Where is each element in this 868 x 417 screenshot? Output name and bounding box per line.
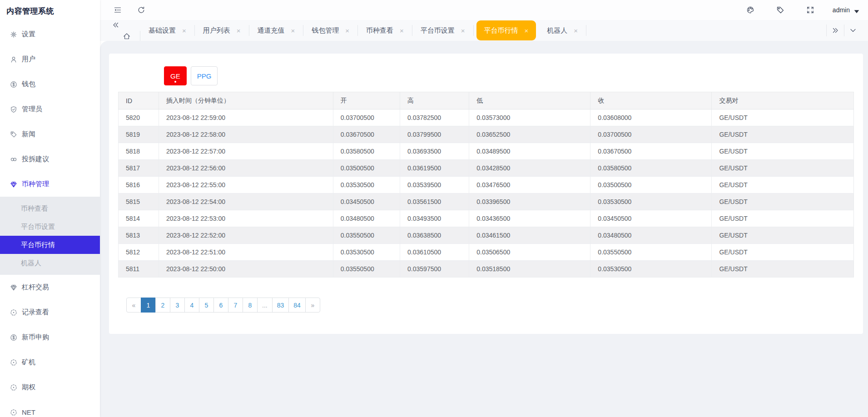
page-button[interactable]: 2 [155, 298, 170, 313]
close-icon[interactable]: × [574, 27, 578, 34]
table-cell: 5814 [119, 210, 159, 227]
table-cell: GE/USDT [712, 261, 854, 278]
sidebar-item[interactable]: 管理员 [0, 97, 100, 122]
sidebar-subitem[interactable]: 平台币行情 [0, 236, 100, 254]
column-header: 低 [469, 92, 590, 109]
fullscreen-button[interactable] [804, 4, 816, 16]
table-cell: 0.03782500 [400, 109, 469, 126]
table-cell: 0.03638500 [400, 227, 469, 244]
page-button[interactable]: 7 [228, 298, 243, 313]
link-icon [10, 156, 17, 163]
table-cell: 0.03652500 [469, 126, 590, 143]
sidebar-subitem[interactable]: 机器人 [0, 254, 100, 272]
table-cell: GE/USDT [712, 194, 854, 210]
coin-button[interactable]: PPG [191, 66, 218, 85]
close-icon[interactable]: × [400, 27, 404, 34]
sidebar-item[interactable]: 钱包 [0, 72, 100, 97]
table-row: 58132023-08-12 22:52:000.035505000.03638… [119, 227, 854, 244]
table-cell: 5813 [119, 227, 159, 244]
table-cell: 5818 [119, 143, 159, 160]
sidebar-submenu: 币种查看平台币设置平台币行情机器人 [0, 197, 100, 275]
tab-item[interactable]: 用户列表× [195, 25, 249, 36]
sidebar-item[interactable]: 设置 [0, 22, 100, 47]
page-button[interactable]: « [126, 298, 141, 313]
sidebar-item[interactable]: 新闻 [0, 122, 100, 147]
user-menu[interactable]: admin [833, 6, 858, 14]
table-row: 58142023-08-12 22:53:000.034805000.03493… [119, 210, 854, 227]
close-icon[interactable]: × [345, 27, 349, 34]
sidebar-item[interactable]: NET [0, 400, 100, 417]
sidebar-item[interactable]: 投拆建议 [0, 147, 100, 172]
sidebar-item-label: 杠杆交易 [22, 283, 49, 292]
refresh-button[interactable] [135, 4, 147, 16]
sidebar-item[interactable]: 新币申购 [0, 325, 100, 350]
sidebar-item[interactable]: 期权 [0, 375, 100, 400]
page-button[interactable]: 4 [184, 298, 199, 313]
page-button[interactable]: 3 [170, 298, 185, 313]
page-button[interactable]: 6 [213, 298, 228, 313]
sidebar-subitem[interactable]: 平台币设置 [0, 218, 100, 236]
tag-button[interactable] [774, 4, 786, 16]
table-cell: GE/USDT [712, 244, 854, 261]
close-icon[interactable]: × [237, 27, 241, 34]
tab-active[interactable]: 平台币行情× [476, 20, 536, 40]
table-row: 58192023-08-12 22:58:000.036705000.03799… [119, 126, 854, 143]
sidebar-item[interactable]: 用户 [0, 47, 100, 72]
table-cell: 0.03493500 [400, 210, 469, 227]
dollar-icon [10, 334, 17, 341]
sidebar-item[interactable]: 币种管理 [0, 172, 100, 197]
tab-label: 用户列表 [203, 26, 230, 35]
sidebar-item-label: NET [22, 408, 35, 416]
close-icon[interactable]: × [182, 27, 186, 34]
sidebar-item[interactable]: 杠杆交易 [0, 275, 100, 300]
sidebar-item-label: 新闻 [22, 130, 35, 139]
table-cell: 0.03489500 [469, 143, 590, 160]
table-cell: 0.03550500 [333, 227, 400, 244]
page-button[interactable]: » [305, 298, 320, 313]
home-tab[interactable] [114, 31, 140, 42]
tab-item[interactable]: 币种查看× [358, 25, 412, 36]
close-icon[interactable]: × [461, 27, 465, 34]
tab-item[interactable]: 机器人× [539, 25, 586, 36]
table-cell: GE/USDT [712, 126, 854, 143]
page-button[interactable]: 5 [199, 298, 214, 313]
table-row: 58202023-08-12 22:59:000.037005000.03782… [119, 109, 854, 126]
tab-item[interactable]: 钱包管理× [303, 25, 358, 36]
table-cell: 0.03619500 [400, 160, 469, 177]
quotes-table: ID插入时间（分钟单位）开高低收交易对 58202023-08-12 22:59… [118, 92, 854, 278]
table-cell: 5817 [119, 160, 159, 177]
chevron-down-button[interactable] [844, 25, 862, 36]
table-cell: GE/USDT [712, 227, 854, 244]
page-button[interactable]: 8 [243, 298, 258, 313]
tab-item[interactable]: 平台币设置× [412, 25, 474, 36]
page-button[interactable]: 84 [288, 298, 306, 313]
page-button[interactable]: 83 [272, 298, 289, 313]
compass-icon [10, 309, 17, 316]
coin-button[interactable]: GE [164, 66, 187, 85]
page-button[interactable]: ... [257, 298, 273, 313]
tab-item[interactable]: 通道充值× [249, 25, 304, 36]
tab-item[interactable]: 基础设置× [140, 25, 195, 36]
table-cell: 0.03597500 [400, 261, 469, 278]
table-cell: 0.03436500 [469, 210, 590, 227]
tab-label: 基础设置 [149, 26, 176, 35]
page-button[interactable]: 1 [141, 298, 156, 313]
table-cell: 0.03561500 [400, 194, 469, 210]
open-tabs: 基础设置×用户列表×通道充值×钱包管理×币种查看×平台币设置×平台币行情×机器人… [140, 20, 586, 40]
table-cell: 2023-08-12 22:52:00 [159, 227, 333, 244]
table-cell: 0.03550500 [590, 244, 712, 261]
sidebar-subitem[interactable]: 币种查看 [0, 199, 100, 218]
close-icon[interactable]: × [291, 27, 295, 34]
tab-label: 钱包管理 [312, 26, 339, 35]
column-header: 收 [590, 92, 712, 109]
sidebar-item[interactable]: 矿机 [0, 350, 100, 375]
close-icon[interactable]: × [525, 27, 529, 34]
sidebar-item[interactable]: 记录查看 [0, 300, 100, 325]
table-cell: 0.03670500 [333, 126, 400, 143]
collapse-menu-button[interactable] [112, 4, 124, 16]
chevrons-left-button[interactable] [110, 19, 122, 31]
tag-icon [10, 131, 17, 138]
sidebar-item-label: 用户 [22, 55, 35, 64]
palette-button[interactable] [744, 4, 756, 16]
chevrons-right-button[interactable] [826, 25, 844, 36]
